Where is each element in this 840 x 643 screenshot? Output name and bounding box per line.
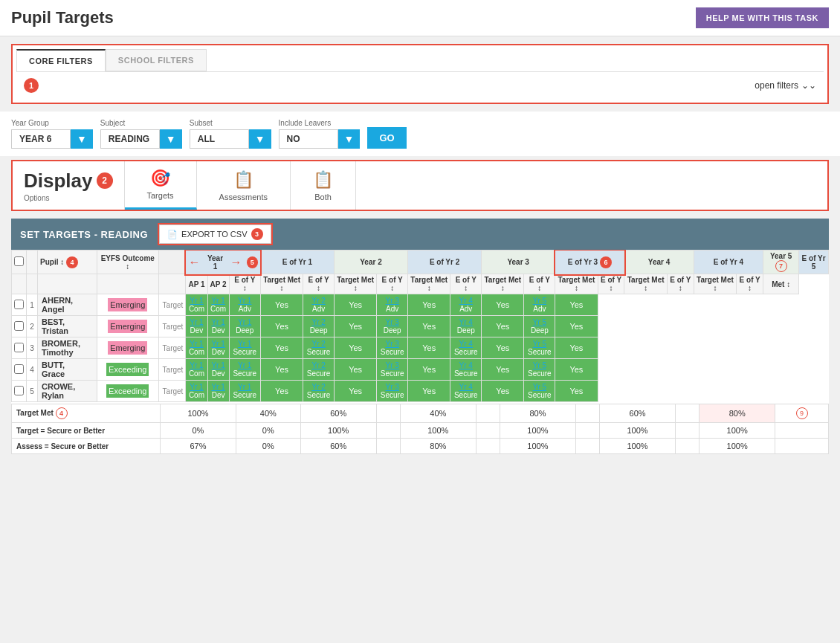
yr-link[interactable]: Yr 5	[533, 340, 546, 348]
sort-tm2b[interactable]: ↕	[427, 284, 431, 292]
row-checkbox-cell[interactable]	[12, 337, 27, 359]
row-checkbox[interactable]	[14, 386, 24, 395]
yr-link[interactable]: Yr 1	[190, 340, 203, 348]
yr-cell[interactable]: Yr 1Dev	[186, 316, 207, 337]
row-checkbox[interactable]	[14, 343, 24, 352]
yr-link[interactable]: Yr 3	[386, 318, 399, 326]
yr-cell[interactable]: Yr 3Secure	[377, 359, 408, 381]
export-button[interactable]: 📄 EXPORT TO CSV 3	[159, 224, 271, 244]
yr-cell[interactable]: Yr 2Secure	[303, 359, 335, 381]
row-checkbox[interactable]	[14, 364, 24, 374]
yr-cell[interactable]: Yr 1Com	[207, 294, 229, 316]
yr-link[interactable]: Yr 1	[211, 383, 224, 391]
yr-link[interactable]: Yr 5	[533, 361, 546, 369]
row-checkbox-cell[interactable]	[12, 359, 27, 381]
yr-cell[interactable]: Yr 2Secure	[303, 381, 335, 402]
yr-link[interactable]: Yr 1	[238, 361, 251, 369]
row-checkbox-cell[interactable]	[12, 294, 27, 316]
yr-link[interactable]: Yr 1	[238, 297, 251, 305]
yr-link[interactable]: Yr 3	[386, 383, 399, 391]
yr-link[interactable]: Yr 1	[190, 361, 203, 369]
yr-link[interactable]: Yr 4	[459, 318, 473, 326]
yr-link[interactable]: Yr 2	[311, 383, 325, 391]
go-button[interactable]: GO	[367, 127, 406, 149]
tab-core-filters[interactable]: CORE FILTERS	[16, 49, 106, 71]
yr-link[interactable]: Yr 1	[211, 361, 224, 369]
yr-cell[interactable]: Yr 2Secure	[303, 337, 335, 359]
sort-yr2[interactable]: ↕	[390, 284, 394, 292]
tab-school-filters[interactable]: SCHOOL FILTERS	[106, 49, 207, 71]
subject-dropdown-btn[interactable]: ▼	[160, 129, 182, 149]
display-option-both[interactable]: 📋 Both	[291, 161, 356, 210]
yr-link[interactable]: Yr 4	[459, 383, 473, 391]
yr-link[interactable]: Yr 2	[311, 297, 325, 305]
display-option-assessments[interactable]: 📋 Assessments	[197, 161, 291, 210]
yr-link[interactable]: Yr 5	[533, 318, 546, 326]
yr-link[interactable]: Yr 5	[533, 297, 546, 305]
sort-icon[interactable]: ↕	[60, 258, 64, 266]
sort-tm4[interactable]: ↕	[644, 284, 647, 292]
yr-link[interactable]: Yr 3	[386, 297, 399, 305]
yr-link[interactable]: Yr 1	[190, 383, 203, 391]
sort-yr1b[interactable]: ↕	[317, 284, 320, 292]
yr-link[interactable]: Yr 1	[238, 340, 251, 348]
row-checkbox[interactable]	[14, 300, 24, 309]
yr-link[interactable]: Yr 1	[211, 340, 224, 348]
yr-link[interactable]: Yr 3	[386, 361, 399, 369]
yr-link[interactable]: Yr 1	[190, 297, 203, 305]
yr-link[interactable]: Yr 2	[311, 318, 325, 326]
select-all-checkbox[interactable]	[14, 256, 24, 266]
year1-prev-arrow[interactable]: ←	[188, 256, 200, 269]
year-group-dropdown-btn[interactable]: ▼	[71, 129, 93, 149]
yr-link[interactable]: Yr 2	[311, 361, 325, 369]
sort-tm1[interactable]: ↕	[280, 284, 284, 292]
yr-link[interactable]: Yr 1	[238, 318, 251, 326]
sort-yr3[interactable]: ↕	[464, 284, 468, 292]
yr-cell[interactable]: Yr 2Adv	[303, 294, 335, 316]
yr-link[interactable]: Yr 4	[459, 340, 473, 348]
sort-tm2[interactable]: ↕	[354, 284, 358, 292]
sort-met5[interactable]: ↕	[786, 280, 790, 288]
yr-cell[interactable]: Yr 1Secure	[229, 381, 260, 402]
yr-link[interactable]: Yr 1	[190, 318, 203, 326]
sort-yr1[interactable]: ↕	[243, 284, 247, 292]
yr-cell[interactable]: Yr 1Secure	[229, 337, 260, 359]
open-filters-button[interactable]: open filters ⌄⌄	[755, 80, 816, 91]
yr-cell[interactable]: Yr 4Secure	[450, 381, 482, 402]
subset-dropdown-btn[interactable]: ▼	[249, 129, 271, 149]
row-checkbox-cell[interactable]	[12, 316, 27, 337]
yr-cell[interactable]: Yr 3Secure	[377, 337, 408, 359]
yr-cell[interactable]: Yr 3Secure	[377, 381, 408, 402]
sort-yr4[interactable]: ↕	[610, 284, 613, 292]
yr-cell[interactable]: Yr 1Dev	[207, 381, 229, 402]
yr-cell[interactable]: Yr 1Adv	[229, 294, 260, 316]
yr-cell[interactable]: Yr 5Adv	[524, 294, 555, 316]
yr-link[interactable]: Yr 4	[459, 297, 473, 305]
yr-cell[interactable]: Yr 1Dev	[207, 359, 229, 381]
yr-cell[interactable]: Yr 4Deep	[450, 316, 482, 337]
row-checkbox-cell[interactable]	[12, 381, 27, 402]
year1-next-arrow[interactable]: →	[230, 256, 242, 269]
sort-tm3[interactable]: ↕	[501, 284, 505, 292]
eyfs-sort-icon[interactable]: ↕	[126, 262, 129, 271]
yr-cell[interactable]: Yr 1Com	[186, 337, 207, 359]
yr-cell[interactable]: Yr 4Adv	[450, 294, 482, 316]
sort-tm3c[interactable]: ↕	[575, 284, 578, 292]
yr-link[interactable]: Yr 1	[211, 297, 224, 305]
yr-link[interactable]: Yr 4	[459, 361, 473, 369]
yr-link[interactable]: Yr 3	[386, 340, 399, 348]
yr-cell[interactable]: Yr 3Deep	[377, 316, 408, 337]
sort-yr4b[interactable]: ↕	[679, 284, 682, 292]
sort-yr5[interactable]: ↕	[748, 284, 752, 292]
th-select-all[interactable]	[12, 251, 27, 274]
display-option-targets[interactable]: 🎯 Targets	[125, 161, 197, 210]
yr-cell[interactable]: Yr 4Secure	[450, 359, 482, 381]
yr-cell[interactable]: Yr 5Deep	[524, 316, 555, 337]
yr-cell[interactable]: Yr 1Com	[186, 294, 207, 316]
yr-cell[interactable]: Yr 1Dev	[207, 337, 229, 359]
row-checkbox[interactable]	[14, 321, 24, 331]
yr-link[interactable]: Yr 1	[211, 318, 224, 326]
yr-link[interactable]: Yr 1	[238, 383, 251, 391]
include-leavers-dropdown-btn[interactable]: ▼	[338, 129, 361, 149]
sort-yr3b[interactable]: ↕	[537, 284, 541, 292]
